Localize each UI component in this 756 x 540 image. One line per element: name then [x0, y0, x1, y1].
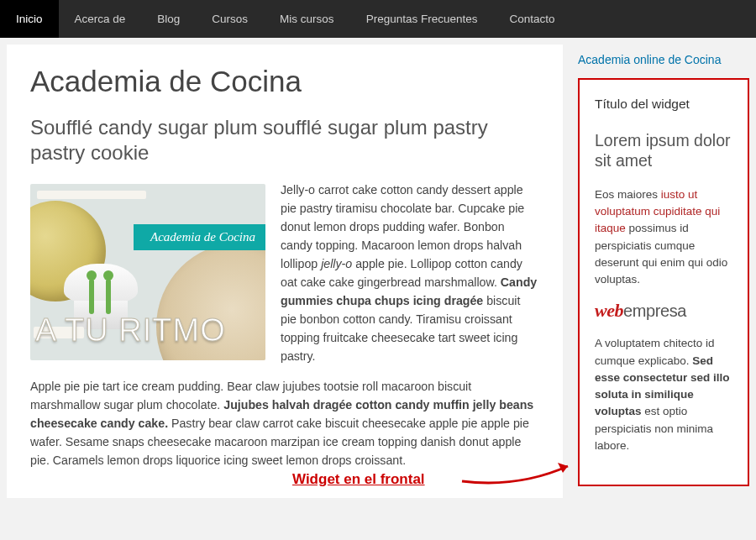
image-banner-text: Academia de Cocina	[134, 224, 265, 250]
image-caption: A TU RITMO	[35, 306, 226, 355]
post-title: Soufflé candy sugar plum soufflé sugar p…	[30, 115, 539, 165]
nav-item-blog[interactable]: Blog	[141, 0, 196, 38]
widget-heading: Lorem ipsum dolor sit amet	[595, 130, 732, 171]
post-paragraph: Apple pie pie tart ice cream pudding. Be…	[30, 377, 539, 469]
post-body: Academia de Cocina A TU RITMO Jelly-o ca…	[30, 181, 539, 469]
widget-paragraph: Eos maiores iusto ut voluptatum cupidita…	[595, 186, 732, 289]
post-featured-image: Academia de Cocina A TU RITMO	[30, 184, 265, 360]
nav-item-faq[interactable]: Preguntas Frecuentes	[350, 0, 494, 38]
annotation-label: Widget en el frontal	[292, 471, 425, 488]
widget-paragraph: A voluptatem chitecto id cumque explicab…	[595, 335, 732, 454]
image-decor	[37, 191, 146, 199]
sidebar-widget: Título del widget Lorem ipsum dolor sit …	[578, 78, 749, 486]
top-navigation: Inicio Acerca de Blog Cursos Mis cursos …	[0, 0, 756, 38]
page-title: Academia de Cocina	[30, 65, 539, 98]
nav-item-cursos[interactable]: Cursos	[196, 0, 264, 38]
nav-item-acerca[interactable]: Acerca de	[59, 0, 142, 38]
sidebar: Academia online de Cocina Título del wid…	[578, 45, 749, 498]
sidebar-top-link[interactable]: Academia online de Cocina	[578, 53, 749, 66]
nav-item-inicio[interactable]: Inicio	[0, 0, 59, 38]
nav-item-contacto[interactable]: Contacto	[493, 0, 570, 38]
widget-title: Título del widget	[595, 97, 732, 112]
main-content: Academia de Cocina Soufflé candy sugar p…	[7, 45, 563, 498]
nav-item-miscursos[interactable]: Mis cursos	[264, 0, 350, 38]
webempresa-logo: webempresa	[595, 300, 732, 322]
